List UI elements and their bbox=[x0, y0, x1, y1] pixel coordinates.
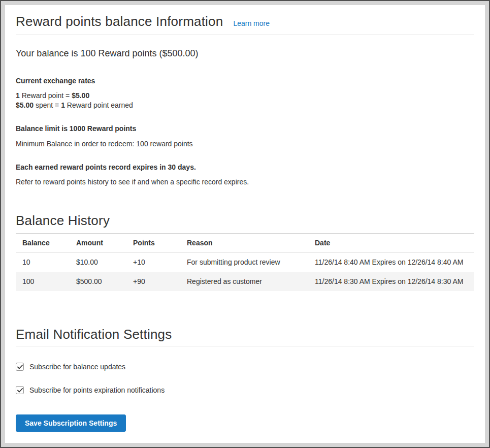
table-row: 10 $10.00 +10 For submitting product rev… bbox=[16, 252, 474, 272]
cell-date: 11/26/14 8:30 AM Expires on 12/26/14 8:3… bbox=[308, 272, 474, 291]
cell-points: +10 bbox=[126, 252, 180, 272]
expiration-note: Refer to reward points history to see if… bbox=[16, 177, 474, 186]
rate2-amount-value: $5.00 bbox=[16, 101, 34, 109]
cell-amount: $500.00 bbox=[70, 272, 126, 291]
cell-balance: 10 bbox=[16, 252, 70, 272]
page-frame: Reward points balance Information Learn … bbox=[0, 0, 490, 448]
minimum-balance-text: Minimum Balance in order to redeem: 100 … bbox=[16, 139, 474, 148]
page-header: Reward points balance Information Learn … bbox=[16, 13, 474, 35]
rate2-points-value: 1 bbox=[61, 101, 65, 109]
rate2-tail-text: Reward point earned bbox=[65, 101, 133, 109]
rate1-text: Reward point = bbox=[20, 91, 72, 100]
checkmark-icon bbox=[17, 388, 23, 393]
column-header-reason: Reason bbox=[180, 234, 308, 252]
email-notification-settings-title: Email Notification Settings bbox=[16, 326, 474, 346]
checkmark-icon bbox=[17, 365, 23, 369]
balance-updates-checkbox[interactable] bbox=[16, 363, 24, 371]
learn-more-link[interactable]: Learn more bbox=[233, 19, 270, 27]
cell-date: 11/26/14 8:40 AM Expires on 12/26/14 8:4… bbox=[308, 252, 474, 272]
balance-history-title: Balance History bbox=[16, 212, 474, 229]
rate1-amount-value: $5.00 bbox=[72, 91, 89, 100]
subscribe-expiration-notifications-row: Subscribe for points expiration notifica… bbox=[16, 386, 474, 394]
cell-reason: For submitting product review bbox=[180, 252, 308, 272]
cell-amount: $10.00 bbox=[70, 252, 126, 272]
expiration-heading: Each earned reward points record expires… bbox=[16, 163, 474, 172]
page-title: Reward points balance Information bbox=[16, 13, 223, 29]
column-header-balance: Balance bbox=[16, 234, 70, 252]
balance-summary: Your balance is 100 Reward points ($500.… bbox=[16, 48, 474, 59]
reward-points-card: Reward points balance Information Learn … bbox=[5, 5, 485, 443]
table-row: 100 $500.00 +90 Registered as customer 1… bbox=[16, 272, 474, 291]
cell-balance: 100 bbox=[16, 272, 70, 291]
cell-points: +90 bbox=[126, 272, 180, 291]
balance-limit-heading: Balance limit is 1000 Reward points bbox=[16, 124, 474, 133]
subscribe-balance-updates-row: Subscribe for balance updates bbox=[16, 363, 474, 371]
exchange-rates-heading: Current exchange rates bbox=[16, 76, 474, 85]
rate2-text: spent = bbox=[34, 101, 61, 109]
exchange-rate-line-1: 1 Reward point = $5.00 bbox=[16, 91, 474, 101]
balance-history-table: Balance Amount Points Reason Date 10 $10… bbox=[16, 233, 474, 291]
expiration-notifications-checkbox[interactable] bbox=[16, 386, 24, 394]
expiration-notifications-checkbox-label[interactable]: Subscribe for points expiration notifica… bbox=[29, 386, 165, 394]
exchange-rate-line-2: $5.00 spent = 1 Reward point earned bbox=[16, 101, 474, 110]
column-header-points: Points bbox=[126, 234, 180, 252]
column-header-date: Date bbox=[308, 234, 474, 252]
cell-reason: Registered as customer bbox=[180, 272, 308, 291]
balance-updates-checkbox-label[interactable]: Subscribe for balance updates bbox=[29, 363, 125, 371]
rate1-points-value: 1 bbox=[16, 91, 20, 100]
save-subscription-settings-button[interactable]: Save Subscription Settings bbox=[16, 414, 126, 432]
column-header-amount: Amount bbox=[70, 234, 126, 252]
table-header-row: Balance Amount Points Reason Date bbox=[16, 234, 474, 252]
